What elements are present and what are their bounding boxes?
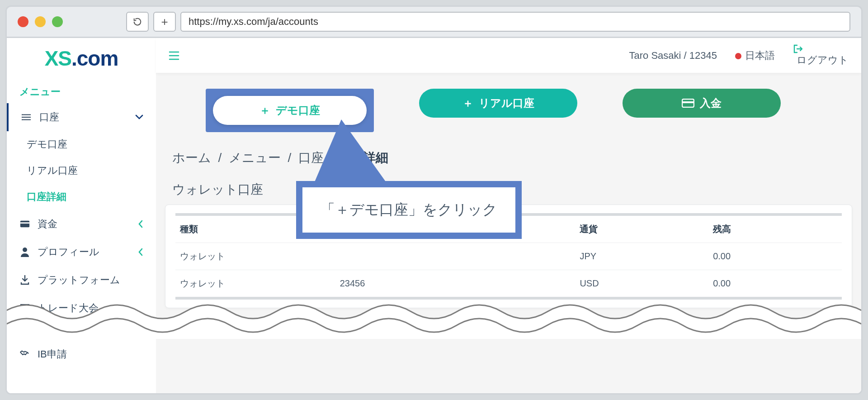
svg-point-0 [22,114,23,115]
crumb-current: 口座詳細 [338,151,388,165]
svg-rect-3 [20,221,29,228]
address-bar[interactable]: https://my.xs.com/ja/accounts [180,12,850,32]
sidebar-item-label: 口座 [39,110,59,124]
minimize-window-icon[interactable] [35,16,46,27]
highlight-frame: ＋ デモ口座 [206,89,374,132]
cell-number [335,243,576,270]
plus-icon: + [161,15,168,29]
close-window-icon[interactable] [18,16,28,27]
real-account-button[interactable]: ＋ リアル口座 [419,89,577,118]
sidebar-item-label: IB申請 [38,348,67,361]
svg-point-1 [22,117,23,118]
svg-rect-7 [22,310,28,312]
sidebar-item-real-account[interactable]: リアル口座 [7,157,156,184]
main-content: Taro Sasaki / 12345 日本語 ログアウト ＋ デモ口座 [156,38,861,393]
crumb-menu[interactable]: メニュー [229,151,281,165]
logout-label: ログアウト [797,54,849,66]
plus-icon: ＋ [259,103,270,118]
sidebar-item-account-detail[interactable]: 口座詳細 [7,184,156,210]
breadcrumb: ホーム / メニュー / 口座 口座詳細 [156,143,861,173]
col-currency: 通貨 [575,214,708,243]
col-balance: 残高 [708,214,842,243]
crumb-accounts[interactable]: 口座 [298,151,324,165]
wallet-table: 種類 通貨 残高 ウォレット JPY 0.00 [175,213,842,297]
demo-account-button[interactable]: ＋ デモ口座 [213,96,367,125]
action-row: ＋ デモ口座 ＋ リアル口座 入金 [156,73,861,143]
table-row[interactable]: ウォレット JPY 0.00 [175,243,842,270]
url-text: https://my.xs.com/ja/accounts [189,16,318,28]
window-controls [18,16,63,27]
wallet-icon [19,220,30,228]
user-icon [19,247,30,257]
logo[interactable]: XS.com [7,38,156,75]
cell-type: ウォレット [175,243,335,270]
col-number [335,214,576,243]
button-label: デモ口座 [276,103,320,118]
chevron-left-icon [138,248,143,256]
svg-rect-6 [24,309,26,310]
sidebar-item-label: トレード大会 [38,301,99,315]
new-tab-button[interactable]: + [153,12,176,32]
cell-balance: 0.00 [708,243,842,270]
wallet-table-card: 種類 通貨 残高 ウォレット JPY 0.00 [165,205,852,308]
maximize-window-icon[interactable] [52,16,63,27]
sidebar-item-label: プロフィール [38,245,99,259]
sidebar-item-platform[interactable]: プラットフォーム [7,266,156,294]
sidebar-item-label: 資金 [38,217,57,231]
svg-point-2 [22,119,23,120]
reload-icon [132,17,142,27]
sidebar-item-profile[interactable]: プロフィール [7,238,156,266]
menu-title: メニュー [7,75,156,103]
list-icon [21,113,32,121]
svg-point-5 [23,248,27,252]
reload-button[interactable] [126,12,149,32]
cell-number: 23456 [335,270,576,297]
logout-link[interactable]: ログアウト [793,44,849,67]
sidebar-item-label: プラットフォーム [38,273,120,287]
trophy-icon [19,303,30,313]
download-icon [19,275,30,285]
crumb-home[interactable]: ホーム [172,151,211,165]
cell-type: ウォレット [175,270,335,297]
col-type: 種類 [175,214,335,243]
sidebar-item-demo-account[interactable]: デモ口座 [7,131,156,157]
sidebar: XS.com メニュー 口座 デモ口座 リアル口座 口座詳細 資金 [7,38,156,393]
handshake-icon [19,350,30,358]
sidebar-item-contest[interactable]: トレード大会 [7,294,156,322]
chevron-down-icon [135,114,143,120]
sidebar-item-funds[interactable]: 資金 [7,210,156,238]
language-selector[interactable]: 日本語 [735,49,775,62]
user-label[interactable]: Taro Sasaki / 12345 [629,50,717,62]
sidebar-item-accounts[interactable]: 口座 [7,103,156,131]
chevron-left-icon [138,220,143,228]
logo-xs: XS [45,47,71,70]
top-bar: Taro Sasaki / 12345 日本語 ログアウト [156,38,861,73]
svg-rect-4 [20,222,29,224]
browser-chrome: + https://my.xs.com/ja/accounts [5,5,863,38]
section-title: ウォレット口座 [156,173,861,205]
logo-com: .com [71,47,118,70]
cell-currency: JPY [575,243,708,270]
logout-icon [793,44,849,53]
language-label: 日本語 [745,50,775,61]
svg-rect-9 [682,101,694,103]
deposit-button[interactable]: 入金 [623,89,781,118]
button-label: 入金 [700,96,722,110]
card-icon [682,99,694,108]
plus-icon: ＋ [462,96,473,110]
jp-flag-icon [735,53,741,59]
table-row[interactable]: ウォレット 23456 USD 0.00 [175,270,842,297]
menu-toggle-icon[interactable] [169,51,179,60]
sidebar-item-ib[interactable]: IB申請 [7,340,156,368]
button-label: リアル口座 [479,96,534,110]
cell-balance: 0.00 [708,270,842,297]
cell-currency: USD [575,270,708,297]
